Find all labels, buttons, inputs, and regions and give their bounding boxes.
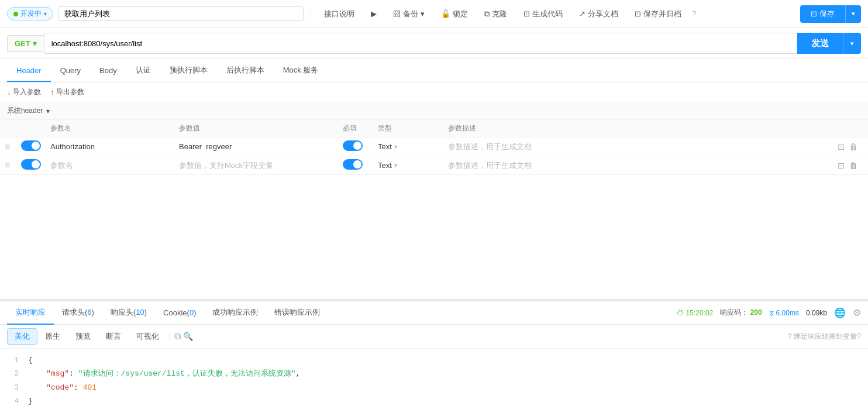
row1-type-label: Text [378, 142, 392, 151]
help-icon[interactable]: ? [692, 9, 696, 18]
sys-header-chevron-icon: ▾ [46, 107, 50, 115]
row1-required-toggle[interactable] [343, 140, 363, 151]
row2-required-cell[interactable] [338, 156, 373, 175]
toggle-thumb [353, 142, 361, 150]
row1-delete-icon[interactable]: 🗑 [849, 142, 857, 152]
drag-handle[interactable]: ≡ [0, 137, 16, 156]
save-arrow-icon: ▾ [852, 10, 855, 17]
row2-name-input[interactable] [50, 159, 170, 172]
method-chevron-icon: ▾ [33, 39, 37, 48]
clone-label: 克隆 [492, 9, 507, 19]
response-tab-request-headers[interactable]: 请求头(6) [54, 301, 102, 325]
code-brace-close: } [28, 394, 33, 408]
params-section: ↓ 导入参数 ↑ 导出参数 系统header ▾ 参数名 [0, 82, 868, 299]
success-example-label: 成功响应示例 [212, 308, 258, 317]
code-brace-open: { [28, 353, 33, 367]
send-dropdown-button[interactable]: ▾ [843, 33, 861, 54]
save-dropdown-button[interactable]: ▾ [845, 5, 861, 23]
content-tab-divider [169, 332, 170, 341]
table-row: ≡ [0, 156, 868, 175]
export-label: 导出参数 [56, 87, 84, 97]
response-tab-cookie[interactable]: Cookie(0) [155, 302, 204, 324]
row2-desc-cell: 参数描述，用于生成文档 [443, 156, 833, 175]
row1-value-cell [174, 137, 338, 156]
rc-tab-preview[interactable]: 预览 [68, 328, 98, 345]
rc-tab-assert[interactable]: 断言 [98, 328, 129, 345]
code-code-line: "code": 401 [28, 381, 97, 394]
method-select[interactable]: GET ▾ [7, 35, 44, 52]
rc-tab-beautify[interactable]: 美化 [7, 328, 37, 345]
code-line-1: 1 { [7, 353, 861, 367]
export-params-button[interactable]: ↑ 导出参数 [50, 87, 84, 97]
import-params-button[interactable]: ↓ 导入参数 [7, 87, 41, 97]
search-response-icon[interactable]: 🔍 [183, 332, 193, 341]
row2-copy-icon[interactable]: ⊡ [838, 161, 845, 170]
backup-button[interactable]: 囧 囧备份 备份 ▾ [387, 6, 430, 22]
row1-type-select[interactable]: Text ▾ [378, 142, 439, 151]
toggle-switch[interactable] [21, 159, 41, 170]
row1-required-cell[interactable] [338, 137, 373, 156]
response-tab-response-headers[interactable]: 响应头(10) [102, 301, 155, 325]
tab-auth[interactable]: 认证 [126, 59, 160, 82]
share-label: 分享文档 [588, 9, 618, 19]
status-badge[interactable]: 开发中 ▾ [7, 7, 53, 20]
share-button[interactable]: ↗ 分享文档 [573, 6, 624, 22]
rc-tab-raw[interactable]: 原生 [37, 328, 68, 345]
response-tab-error-example[interactable]: 错误响应示例 [266, 301, 328, 325]
generate-code-button[interactable]: ⊡ 生成代码 [518, 6, 569, 22]
params-toolbar: ↓ 导入参数 ↑ 导出参数 [0, 82, 868, 102]
row2-delete-icon[interactable]: 🗑 [849, 161, 857, 170]
response-duration: ⧖ 6.00ms [769, 309, 799, 317]
response-tab-success-example[interactable]: 成功响应示例 [204, 301, 266, 325]
params-table: 参数名 参数值 必填 类型 参数描述 [0, 120, 868, 175]
col-drag-header [0, 120, 16, 137]
import-icon: ↓ [7, 88, 11, 97]
row2-value-input[interactable] [179, 159, 333, 172]
col-name-header: 参数名 [46, 120, 174, 137]
timer-icon: ⧖ [769, 309, 774, 317]
send-button[interactable]: 发送 [797, 33, 843, 54]
save-archive-button[interactable]: ⊡ 保存并归档 [629, 6, 687, 22]
realtime-label: 实时响应 [15, 308, 46, 317]
col-actions-header [833, 120, 868, 137]
tab-post-script[interactable]: 后执行脚本 [217, 59, 274, 82]
row2-type-select[interactable]: Text ▾ [378, 161, 439, 170]
run-button[interactable]: ▶ [365, 7, 383, 20]
url-input[interactable] [44, 33, 797, 54]
save-main-button[interactable]: ⊡ 保存 [800, 5, 845, 23]
tab-body[interactable]: Body [90, 60, 126, 82]
docs-button[interactable]: 接口说明 [318, 6, 360, 22]
save-archive-icon: ⊡ [635, 9, 641, 18]
row2-toggle[interactable] [16, 156, 46, 175]
row1-desc-cell: 参数描述，用于生成文档 [443, 137, 833, 156]
api-name-input[interactable] [58, 6, 304, 21]
tab-pre-script[interactable]: 预执行脚本 [160, 59, 217, 82]
rc-tab-visualize[interactable]: 可视化 [129, 328, 167, 345]
row1-name-input[interactable] [50, 140, 170, 153]
tab-mock[interactable]: Mock 服务 [274, 59, 328, 82]
clone-button[interactable]: ⧉ 克隆 [478, 6, 513, 22]
bind-response-link[interactable]: ? 绑定响应结果到变量? [788, 332, 861, 342]
send-button-group: 发送 ▾ [797, 33, 861, 54]
res-headers-label: 响应头(10) [111, 308, 147, 317]
docs-label: 接口说明 [324, 9, 354, 19]
row1-copy-icon[interactable]: ⊡ [838, 142, 845, 152]
tab-query[interactable]: Query [51, 60, 90, 82]
copy-response-icon[interactable]: ⧉ [174, 331, 181, 342]
globe-icon: 🌐 [834, 307, 846, 318]
settings-icon[interactable]: ⚙ [853, 307, 861, 318]
sys-header-row[interactable]: 系统header ▾ [0, 102, 868, 120]
row1-action-icons: ⊡ 🗑 [838, 142, 863, 152]
code-line-3: 3 "code": 401 [7, 381, 861, 394]
drag-handle[interactable]: ≡ [0, 156, 16, 175]
tab-header[interactable]: Header [7, 60, 51, 82]
lock-button[interactable]: 🔓 锁定 [435, 6, 474, 22]
line-num-3: 3 [7, 381, 19, 394]
response-tab-realtime[interactable]: 实时响应 [7, 301, 54, 325]
toggle-switch[interactable] [21, 140, 41, 151]
row2-required-toggle[interactable] [343, 159, 363, 170]
row1-value-input[interactable] [179, 140, 333, 153]
line-num-1: 1 [7, 353, 19, 367]
row1-toggle[interactable] [16, 137, 46, 156]
table-row: ≡ [0, 137, 868, 156]
